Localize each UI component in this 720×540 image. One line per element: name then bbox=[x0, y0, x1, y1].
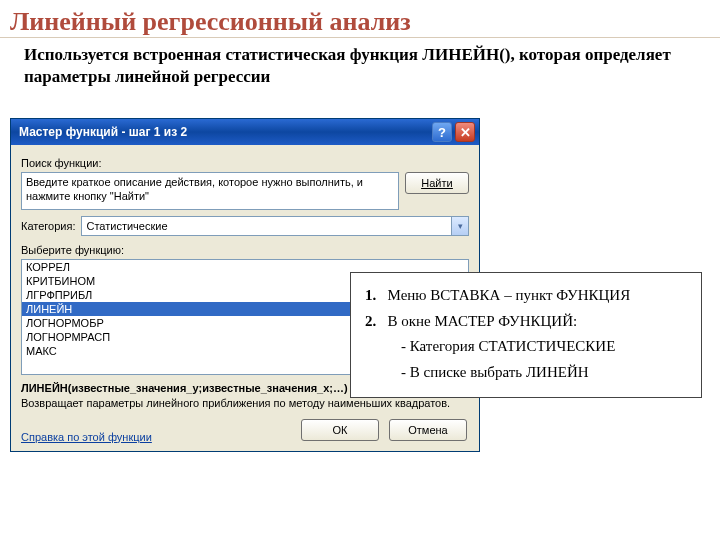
callout-line-1: 1. Меню ВСТАВКА – пункт ФУНКЦИЯ bbox=[365, 283, 687, 309]
callout-num-1: 1. bbox=[365, 287, 376, 303]
find-button[interactable]: Найти bbox=[405, 172, 469, 194]
category-select[interactable]: Статистические ▾ bbox=[81, 216, 469, 236]
category-label: Категория: bbox=[21, 220, 75, 232]
close-button[interactable]: ✕ bbox=[455, 122, 475, 142]
intro-before: Используется встроенная статистическая ф… bbox=[24, 45, 422, 64]
callout-sub-1: - Категория СТАТИСТИЧЕСКИЕ bbox=[365, 334, 687, 360]
search-input[interactable]: Введите краткое описание действия, котор… bbox=[21, 172, 399, 210]
titlebar: Мастер функций - шаг 1 из 2 ? ✕ bbox=[11, 119, 479, 145]
dialog-title: Мастер функций - шаг 1 из 2 bbox=[19, 125, 429, 139]
callout-sub-2: - В списке выбрать ЛИНЕЙН bbox=[365, 360, 687, 386]
ok-button[interactable]: ОК bbox=[301, 419, 379, 441]
search-label: Поиск функции: bbox=[21, 157, 469, 169]
function-desc-text: Возвращает параметры линейного приближен… bbox=[21, 396, 469, 411]
instruction-callout: 1. Меню ВСТАВКА – пункт ФУНКЦИЯ 2. В окн… bbox=[350, 272, 702, 398]
page-title: Линейный регрессионный анализ bbox=[0, 0, 720, 38]
callout-num-2: 2. bbox=[365, 313, 376, 329]
cancel-button[interactable]: Отмена bbox=[389, 419, 467, 441]
intro-text: Используется встроенная статистическая ф… bbox=[0, 38, 720, 88]
callout-line-2: 2. В окне МАСТЕР ФУНКЦИЙ: bbox=[365, 309, 687, 335]
dialog-button-row: Справка по этой функции ОК Отмена bbox=[21, 419, 469, 441]
category-value: Статистические bbox=[86, 220, 167, 232]
select-function-label: Выберите функцию: bbox=[21, 244, 469, 256]
callout-text-1: Меню ВСТАВКА – пункт ФУНКЦИЯ bbox=[388, 287, 631, 303]
callout-text-2: В окне МАСТЕР ФУНКЦИЙ: bbox=[388, 313, 578, 329]
intro-function: ЛИНЕЙН() bbox=[422, 45, 510, 64]
chevron-down-icon: ▾ bbox=[451, 217, 468, 235]
help-button[interactable]: ? bbox=[432, 122, 452, 142]
help-link[interactable]: Справка по этой функции bbox=[21, 431, 152, 443]
